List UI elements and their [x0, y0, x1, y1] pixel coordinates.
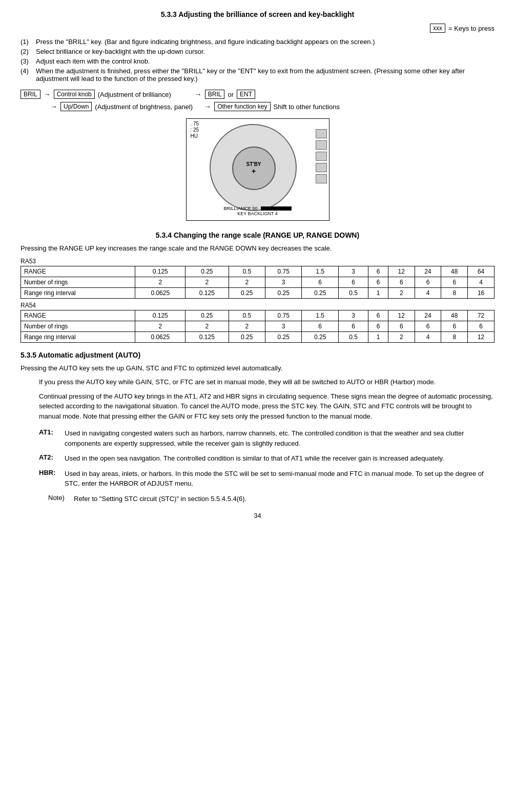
ra53-table: RANGE 0.125 0.25 0.5 0.75 1.5 3 6 12 24 … [20, 266, 495, 299]
ra53-col-025: 0.25 [186, 266, 229, 277]
ra53-interval-8: 4 [415, 287, 441, 298]
keys-legend: xxx = Keys to press [20, 24, 495, 33]
ra54-row-rings: Number of rings 2 2 2 3 6 6 6 6 6 6 6 [21, 321, 495, 331]
step-2: (2) Select brilliance or key-backlight w… [20, 48, 495, 55]
ra54-rings-9: 6 [441, 321, 468, 331]
ra53-col-05: 0.5 [229, 266, 265, 277]
hbr-item: HBR: Used in bay areas, inlets, or harbo… [39, 469, 495, 489]
ra53-interval-1: 0.125 [186, 287, 229, 298]
ra53-rings-9: 6 [441, 277, 468, 287]
key-box-label: xxx [430, 24, 445, 33]
ra53-row-rings: Number of rings 2 2 2 3 6 6 6 6 6 6 4 [21, 277, 495, 287]
at1-content: Used in navigating congested waters such… [65, 428, 495, 448]
ra54-rings-7: 6 [388, 321, 415, 331]
step-4-num: (4) [20, 67, 36, 82]
ra54-rings-3: 3 [265, 321, 302, 331]
at2-label: AT2: [39, 453, 65, 464]
section3-text3: Continual pressing of the AUTO key bring… [39, 391, 495, 422]
ra54-interval-3: 0.25 [265, 331, 302, 342]
section-title: 5.3.3 Adjusting the brilliance of screen… [20, 10, 495, 18]
ra54-col-12: 12 [388, 310, 415, 321]
other-function-key: Other function key [214, 102, 270, 111]
brilliance-bar-row: BRILLIAMCE 50 [187, 206, 329, 211]
radar-btn-1 [316, 129, 327, 138]
ra54-rings-0: 2 [135, 321, 186, 331]
ra53-col-3: 3 [338, 266, 368, 277]
ra54-interval-10: 12 [468, 331, 495, 342]
step-1-num: (1) [20, 38, 36, 46]
arrow-2: → [195, 90, 202, 98]
ent-key: ENT [237, 90, 255, 99]
ra54-rings-label: Number of rings [21, 321, 135, 331]
ra53-interval-4: 0.25 [302, 287, 338, 298]
ra53-rings-3: 3 [265, 277, 302, 287]
ra53-rings-6: 6 [368, 277, 388, 287]
step-2-num: (2) [20, 48, 36, 55]
ra54-interval-4: 0.25 [302, 331, 338, 342]
ra53-rings-7: 6 [388, 277, 415, 287]
at1-item: AT1: Used in navigating congested waters… [39, 428, 495, 448]
flow-diagram: BRIL → Control knob (Adjustment of brill… [20, 90, 495, 111]
flow-row-2: → Up/Down (Adjustment of brightness, pan… [50, 102, 495, 111]
ra53-rings-4: 6 [302, 277, 338, 287]
ra54-col-15: 1.5 [302, 310, 338, 321]
ra54-col-075: 0.75 [265, 310, 302, 321]
ra53-col-15: 1.5 [302, 266, 338, 277]
ra54-label: RA54 [20, 302, 495, 309]
ra54-rings-4: 6 [302, 321, 338, 331]
ra54-col-6: 6 [368, 310, 388, 321]
ra54-col-025: 0.25 [186, 310, 229, 321]
ra53-col-6: 6 [368, 266, 388, 277]
ra53-interval-10: 16 [468, 287, 495, 298]
backlight-label: KEY BACKLIGNT 4 [187, 211, 329, 216]
at1-label: AT1: [39, 428, 65, 448]
ra54-col-3: 3 [338, 310, 368, 321]
ra53-interval-0: 0.0625 [135, 287, 186, 298]
bril-end-key: BRIL [205, 90, 225, 99]
flow-or: or [228, 91, 234, 98]
step-3-content: Adjust each item with the control knob. [36, 57, 495, 65]
ra53-rings-10: 4 [468, 277, 495, 287]
ra54-interval-7: 2 [388, 331, 415, 342]
radar-btn-2 [316, 140, 327, 150]
ra53-label: RA53 [20, 258, 495, 265]
ra54-header-row: RANGE 0.125 0.25 0.5 0.75 1.5 3 6 12 24 … [21, 310, 495, 321]
ra54-col-05: 0.5 [229, 310, 265, 321]
ra53-interval-2: 0.25 [229, 287, 265, 298]
ra54-col-range: RANGE [21, 310, 135, 321]
flow-row-1: BRIL → Control knob (Adjustment of brill… [20, 90, 495, 99]
flow-desc-2: (Adjustment of brightness, panel) [95, 103, 193, 111]
ra53-rings-2: 2 [229, 277, 265, 287]
ra53-interval-9: 8 [441, 287, 468, 298]
arrow-1: → [44, 90, 51, 98]
ra54-rings-2: 2 [229, 321, 265, 331]
radar-buttons [316, 129, 327, 183]
ra53-col-12: 12 [388, 266, 415, 277]
radar-circle-inner: ST'BY + [232, 147, 276, 190]
note-item: Note) Refer to "Setting STC circuit (STC… [48, 494, 495, 504]
at2-item: AT2: Used in the open sea navigation. Th… [39, 453, 495, 464]
ra53-interval-label: Range ring interval [21, 287, 135, 298]
ra54-table: RANGE 0.125 0.25 0.5 0.75 1.5 3 6 12 24 … [20, 310, 495, 343]
ra54-rings-8: 6 [415, 321, 441, 331]
ra53-col-range: RANGE [21, 266, 135, 277]
section3-title: 5.3.5 Automatic adjustment (AUTO) [20, 351, 495, 359]
ra53-interval-5: 0.5 [338, 287, 368, 298]
ra53-interval-6: 1 [368, 287, 388, 298]
ra53-col-48: 48 [441, 266, 468, 277]
radar-stby-label: ST'BY [246, 161, 261, 167]
steps-list: (1) Press the "BRILL" key. (Bar and figu… [20, 38, 495, 82]
ra53-col-0125: 0.125 [135, 266, 186, 277]
ra53-rings-0: 2 [135, 277, 186, 287]
step-3-num: (3) [20, 57, 36, 65]
section3-text2: If you press the AUTO key while GAIN, ST… [39, 377, 495, 387]
ra53-col-64: 64 [468, 266, 495, 277]
radar-btn-4 [316, 163, 327, 172]
ra54-interval-1: 0.125 [186, 331, 229, 342]
radar-btn-5 [316, 174, 327, 183]
step-3: (3) Adjust each item with the control kn… [20, 57, 495, 65]
radar-top-label: . 75: 25HU [191, 121, 199, 139]
flow-end-text: Shift to other functions [274, 103, 340, 111]
ra54-rings-10: 6 [468, 321, 495, 331]
ra54-col-72: 72 [468, 310, 495, 321]
